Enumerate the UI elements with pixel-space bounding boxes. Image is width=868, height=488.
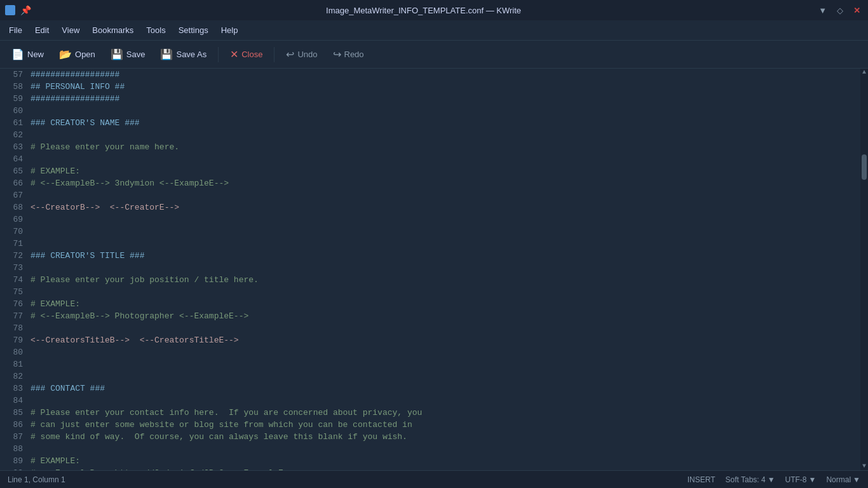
open-icon: 📂	[59, 48, 72, 60]
code-line: # EXAMPLE:	[31, 455, 855, 467]
titlebar-left: 📌	[5, 5, 31, 15]
code-line	[31, 238, 855, 250]
line-number: 85	[3, 407, 23, 419]
code-line: ### CREATOR'S NAME ###	[31, 117, 855, 129]
line-number: 66	[3, 177, 23, 189]
line-number: 89	[3, 455, 23, 467]
line-number: 69	[3, 214, 23, 226]
code-line: # <--ExampleB--> Photographer <--Example…	[31, 310, 855, 322]
code-line: ##################	[31, 69, 855, 81]
close-icon: ✕	[230, 48, 238, 60]
scroll-down-arrow[interactable]: ▼	[860, 463, 868, 470]
menu-settings[interactable]: Settings	[172, 23, 215, 37]
line-number: 77	[3, 310, 23, 322]
window-title: Image_MetaWriter_INFO_TEMPLATE.conf — KW…	[31, 6, 816, 15]
toolbar-sep-1	[218, 47, 219, 62]
line-numbers: 5758596061626364656667686970717273747576…	[0, 69, 25, 470]
code-line	[31, 105, 855, 117]
line-number: 82	[3, 370, 23, 383]
line-number: 74	[3, 274, 23, 286]
line-number: 88	[3, 443, 23, 455]
tabs-setting[interactable]: Soft Tabs: 4 ▼	[726, 475, 775, 484]
encoding-setting[interactable]: UTF-8 ▼	[785, 475, 817, 484]
code-line: # Please enter your job position / title…	[31, 274, 855, 286]
line-number: 67	[3, 189, 23, 201]
code-line	[31, 358, 855, 370]
code-line	[31, 346, 855, 358]
code-line	[31, 262, 855, 274]
titlebar: 📌 Image_MetaWriter_INFO_TEMPLATE.conf — …	[0, 0, 868, 20]
line-number: 62	[3, 129, 23, 141]
tabs-chevron-icon: ▼	[768, 475, 775, 484]
code-content[interactable]: #################### PERSONAL INFO #####…	[25, 69, 860, 470]
line-number: 71	[3, 238, 23, 250]
menu-tools[interactable]: Tools	[140, 23, 172, 37]
scroll-up-arrow[interactable]: ▲	[860, 69, 868, 76]
code-line	[31, 214, 855, 226]
line-number: 70	[3, 226, 23, 238]
insert-mode: INSERT	[688, 475, 715, 484]
line-number: 73	[3, 262, 23, 274]
code-line: ##################	[31, 93, 855, 105]
menu-help[interactable]: Help	[215, 23, 245, 37]
line-number: 83	[3, 383, 23, 395]
redo-button[interactable]: ↪ Redo	[327, 45, 370, 64]
close-button[interactable]: ✕ Close	[224, 45, 269, 64]
line-number: 68	[3, 201, 23, 214]
line-number: 75	[3, 286, 23, 298]
undo-button[interactable]: ↩ Undo	[280, 45, 323, 64]
line-number: 63	[3, 141, 23, 153]
lineending-setting[interactable]: Normal ▼	[826, 475, 860, 484]
code-line: # Please enter your contact info here. I…	[31, 407, 855, 419]
code-line: <--CreatorsTitleB--> <--CreatorsTitleE--…	[31, 334, 855, 346]
new-button[interactable]: 📄 New	[5, 45, 50, 64]
save-icon: 💾	[111, 48, 123, 60]
redo-icon: ↪	[333, 48, 341, 60]
code-line: # Please enter your name here.	[31, 141, 855, 153]
line-number: 78	[3, 322, 23, 334]
code-line	[31, 370, 855, 383]
scrollbar[interactable]: ▲ ▼	[860, 69, 868, 470]
code-line: # EXAMPLE:	[31, 298, 855, 310]
line-number: 58	[3, 81, 23, 93]
saveas-button[interactable]: 💾 Save As	[154, 45, 213, 64]
cursor-position: Line 1, Column 1	[8, 475, 677, 484]
code-line	[31, 189, 855, 201]
encoding-chevron-icon: ▼	[809, 475, 817, 484]
code-line: ### CREATOR'S TITLE ###	[31, 250, 855, 262]
scroll-thumb[interactable]	[862, 154, 867, 180]
window-controls[interactable]: ▼ ◇ ✕	[816, 6, 863, 15]
line-number: 90	[3, 467, 23, 470]
pin-icon: 📌	[20, 5, 31, 15]
code-line	[31, 443, 855, 455]
scroll-track[interactable]	[862, 78, 867, 461]
close-button[interactable]: ✕	[851, 6, 863, 15]
line-number: 60	[3, 105, 23, 117]
code-line: ## PERSONAL INFO ##	[31, 81, 855, 93]
line-number: 59	[3, 93, 23, 105]
new-icon: 📄	[11, 48, 24, 60]
line-number: 76	[3, 298, 23, 310]
code-line	[31, 153, 855, 165]
minimize-button[interactable]: ▼	[816, 6, 829, 15]
code-line: # some kind of way. Of course, you can a…	[31, 431, 855, 443]
editor[interactable]: 5758596061626364656667686970717273747576…	[0, 69, 868, 470]
menu-bookmarks[interactable]: Bookmarks	[86, 23, 140, 37]
menu-view[interactable]: View	[55, 23, 86, 37]
statusbar: Line 1, Column 1 INSERT Soft Tabs: 4 ▼ U…	[0, 470, 868, 488]
maximize-button[interactable]: ◇	[834, 6, 846, 15]
code-line: # <--ExampleB--> https://3ndy.info/GP_3 …	[31, 467, 855, 470]
line-number: 87	[3, 431, 23, 443]
save-button[interactable]: 💾 Save	[104, 45, 152, 64]
code-line	[31, 322, 855, 334]
line-number: 80	[3, 346, 23, 358]
statusbar-right: INSERT Soft Tabs: 4 ▼ UTF-8 ▼ Normal ▼	[688, 475, 860, 484]
code-line: # EXAMPLE:	[31, 165, 855, 177]
line-number: 81	[3, 358, 23, 370]
menubar: File Edit View Bookmarks Tools Settings …	[0, 20, 868, 41]
menu-edit[interactable]: Edit	[29, 23, 55, 37]
line-number: 79	[3, 334, 23, 346]
open-button[interactable]: 📂 Open	[53, 45, 102, 64]
line-number: 57	[3, 69, 23, 81]
menu-file[interactable]: File	[3, 23, 29, 37]
